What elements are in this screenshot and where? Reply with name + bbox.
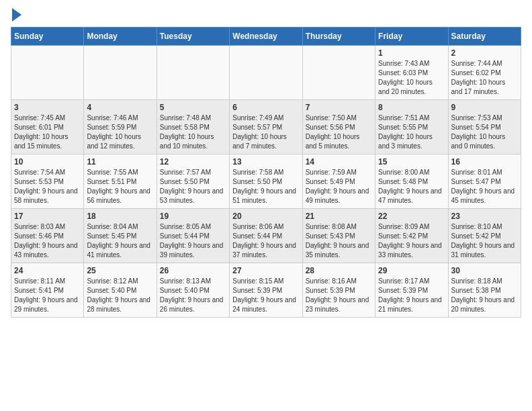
- day-info: Sunrise: 8:05 AM Sunset: 5:44 PM Dayligh…: [160, 222, 226, 260]
- calendar-header-row: SundayMondayTuesdayWednesdayThursdayFrid…: [11, 28, 521, 46]
- day-number: 6: [232, 103, 299, 112]
- calendar-day-cell: 27Sunrise: 8:15 AM Sunset: 5:39 PM Dayli…: [230, 263, 302, 318]
- calendar-day-cell: 17Sunrise: 8:03 AM Sunset: 5:46 PM Dayli…: [11, 209, 84, 263]
- day-info: Sunrise: 8:18 AM Sunset: 5:38 PM Dayligh…: [451, 277, 518, 314]
- day-info: Sunrise: 8:16 AM Sunset: 5:39 PM Dayligh…: [306, 277, 372, 314]
- day-number: 12: [160, 157, 226, 167]
- calendar-day-cell: 25Sunrise: 8:12 AM Sunset: 5:40 PM Dayli…: [84, 263, 157, 318]
- day-info: Sunrise: 8:00 AM Sunset: 5:48 PM Dayligh…: [378, 168, 445, 205]
- calendar-table: SundayMondayTuesdayWednesdayThursdayFrid…: [11, 27, 521, 318]
- calendar-day-cell: 22Sunrise: 8:09 AM Sunset: 5:42 PM Dayli…: [375, 209, 448, 263]
- day-info: Sunrise: 7:46 AM Sunset: 5:59 PM Dayligh…: [87, 113, 153, 151]
- day-number: 29: [378, 266, 445, 275]
- calendar-week-row: 1Sunrise: 7:43 AM Sunset: 6:03 PM Daylig…: [11, 46, 521, 100]
- calendar-day-cell: 2Sunrise: 7:44 AM Sunset: 6:02 PM Daylig…: [448, 46, 521, 100]
- calendar-week-row: 24Sunrise: 8:11 AM Sunset: 5:41 PM Dayli…: [11, 263, 521, 318]
- calendar-day-cell: 10Sunrise: 7:54 AM Sunset: 5:53 PM Dayli…: [11, 154, 84, 209]
- day-info: Sunrise: 7:43 AM Sunset: 6:03 PM Dayligh…: [378, 59, 445, 97]
- day-info: Sunrise: 7:53 AM Sunset: 5:54 PM Dayligh…: [451, 113, 518, 151]
- calendar-day-cell: 8Sunrise: 7:51 AM Sunset: 5:55 PM Daylig…: [375, 100, 448, 154]
- day-number: 4: [87, 103, 153, 112]
- day-info: Sunrise: 8:13 AM Sunset: 5:40 PM Dayligh…: [160, 277, 226, 314]
- calendar-day-cell: 11Sunrise: 7:55 AM Sunset: 5:51 PM Dayli…: [84, 154, 157, 209]
- calendar-day-cell: 24Sunrise: 8:11 AM Sunset: 5:41 PM Dayli…: [11, 263, 84, 318]
- logo-arrow-icon: [12, 8, 21, 21]
- day-number: 21: [306, 212, 372, 221]
- day-info: Sunrise: 7:58 AM Sunset: 5:50 PM Dayligh…: [232, 168, 299, 205]
- day-number: 9: [451, 103, 518, 112]
- calendar-day-cell: 20Sunrise: 8:06 AM Sunset: 5:44 PM Dayli…: [230, 209, 302, 263]
- day-number: 25: [87, 266, 153, 275]
- day-info: Sunrise: 7:54 AM Sunset: 5:53 PM Dayligh…: [14, 168, 81, 205]
- calendar-day-cell: 30Sunrise: 8:18 AM Sunset: 5:38 PM Dayli…: [448, 263, 521, 318]
- calendar-day-cell: 28Sunrise: 8:16 AM Sunset: 5:39 PM Dayli…: [302, 263, 375, 318]
- calendar-day-cell: 21Sunrise: 8:08 AM Sunset: 5:43 PM Dayli…: [302, 209, 375, 263]
- day-number: 14: [306, 157, 372, 167]
- day-info: Sunrise: 7:51 AM Sunset: 5:55 PM Dayligh…: [378, 113, 445, 151]
- day-info: Sunrise: 8:17 AM Sunset: 5:39 PM Dayligh…: [378, 277, 445, 314]
- calendar-day-cell: 15Sunrise: 8:00 AM Sunset: 5:48 PM Dayli…: [375, 154, 448, 209]
- calendar-day-cell: 7Sunrise: 7:50 AM Sunset: 5:56 PM Daylig…: [302, 100, 375, 154]
- calendar-week-row: 3Sunrise: 7:45 AM Sunset: 6:01 PM Daylig…: [11, 100, 521, 154]
- day-info: Sunrise: 8:06 AM Sunset: 5:44 PM Dayligh…: [232, 222, 299, 260]
- day-number: 22: [378, 212, 445, 221]
- calendar-day-cell: [157, 46, 229, 100]
- calendar-week-row: 17Sunrise: 8:03 AM Sunset: 5:46 PM Dayli…: [11, 209, 521, 263]
- calendar-day-cell: [11, 46, 84, 100]
- day-number: 18: [87, 212, 153, 221]
- calendar-body: 1Sunrise: 7:43 AM Sunset: 6:03 PM Daylig…: [11, 46, 521, 318]
- weekday-header: Thursday: [302, 28, 375, 46]
- day-info: Sunrise: 8:04 AM Sunset: 5:45 PM Dayligh…: [87, 222, 153, 260]
- day-info: Sunrise: 8:15 AM Sunset: 5:39 PM Dayligh…: [232, 277, 299, 314]
- day-number: 8: [378, 103, 445, 112]
- calendar-day-cell: 5Sunrise: 7:48 AM Sunset: 5:58 PM Daylig…: [157, 100, 229, 154]
- calendar-day-cell: [230, 46, 302, 100]
- day-number: 1: [378, 48, 445, 58]
- day-number: 27: [232, 266, 299, 275]
- calendar-day-cell: [84, 46, 157, 100]
- day-number: 23: [451, 212, 518, 221]
- day-info: Sunrise: 7:59 AM Sunset: 5:49 PM Dayligh…: [306, 168, 372, 205]
- calendar-day-cell: 14Sunrise: 7:59 AM Sunset: 5:49 PM Dayli…: [302, 154, 375, 209]
- page-header: [11, 11, 521, 21]
- day-info: Sunrise: 8:11 AM Sunset: 5:41 PM Dayligh…: [14, 277, 81, 314]
- day-info: Sunrise: 8:09 AM Sunset: 5:42 PM Dayligh…: [378, 222, 445, 260]
- day-number: 11: [87, 157, 153, 167]
- calendar-day-cell: 4Sunrise: 7:46 AM Sunset: 5:59 PM Daylig…: [84, 100, 157, 154]
- day-number: 20: [232, 212, 299, 221]
- day-number: 28: [306, 266, 372, 275]
- day-number: 7: [306, 103, 372, 112]
- calendar-day-cell: 3Sunrise: 7:45 AM Sunset: 6:01 PM Daylig…: [11, 100, 84, 154]
- weekday-header: Tuesday: [157, 28, 229, 46]
- day-info: Sunrise: 7:44 AM Sunset: 6:02 PM Dayligh…: [451, 59, 518, 97]
- weekday-header: Sunday: [11, 28, 84, 46]
- weekday-header: Saturday: [448, 28, 521, 46]
- calendar-day-cell: 29Sunrise: 8:17 AM Sunset: 5:39 PM Dayli…: [375, 263, 448, 318]
- day-number: 10: [14, 157, 81, 167]
- day-number: 17: [14, 212, 81, 221]
- day-number: 24: [14, 266, 81, 275]
- day-info: Sunrise: 7:45 AM Sunset: 6:01 PM Dayligh…: [14, 113, 81, 151]
- day-info: Sunrise: 8:12 AM Sunset: 5:40 PM Dayligh…: [87, 277, 153, 314]
- calendar-day-cell: 6Sunrise: 7:49 AM Sunset: 5:57 PM Daylig…: [230, 100, 302, 154]
- calendar-day-cell: 18Sunrise: 8:04 AM Sunset: 5:45 PM Dayli…: [84, 209, 157, 263]
- day-info: Sunrise: 8:08 AM Sunset: 5:43 PM Dayligh…: [306, 222, 372, 260]
- calendar-day-cell: 12Sunrise: 7:57 AM Sunset: 5:50 PM Dayli…: [157, 154, 229, 209]
- day-info: Sunrise: 8:01 AM Sunset: 5:47 PM Dayligh…: [451, 168, 518, 205]
- day-number: 3: [14, 103, 81, 112]
- day-number: 15: [378, 157, 445, 167]
- day-number: 19: [160, 212, 226, 221]
- calendar-day-cell: 16Sunrise: 8:01 AM Sunset: 5:47 PM Dayli…: [448, 154, 521, 209]
- calendar-week-row: 10Sunrise: 7:54 AM Sunset: 5:53 PM Dayli…: [11, 154, 521, 209]
- weekday-header: Friday: [375, 28, 448, 46]
- calendar-day-cell: 23Sunrise: 8:10 AM Sunset: 5:42 PM Dayli…: [448, 209, 521, 263]
- day-number: 30: [451, 266, 518, 275]
- logo: [11, 11, 21, 21]
- calendar-day-cell: 1Sunrise: 7:43 AM Sunset: 6:03 PM Daylig…: [375, 46, 448, 100]
- calendar-day-cell: 13Sunrise: 7:58 AM Sunset: 5:50 PM Dayli…: [230, 154, 302, 209]
- day-info: Sunrise: 7:49 AM Sunset: 5:57 PM Dayligh…: [232, 113, 299, 151]
- day-number: 16: [451, 157, 518, 167]
- calendar-day-cell: 9Sunrise: 7:53 AM Sunset: 5:54 PM Daylig…: [448, 100, 521, 154]
- day-number: 26: [160, 266, 226, 275]
- day-number: 13: [232, 157, 299, 167]
